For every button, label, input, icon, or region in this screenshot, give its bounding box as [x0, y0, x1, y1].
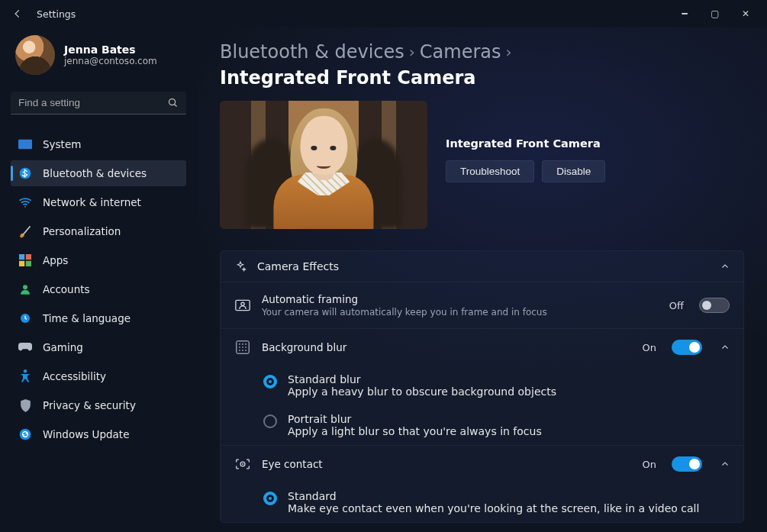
brush-icon — [18, 224, 32, 238]
chevron-up-icon[interactable] — [720, 343, 730, 352]
option-portrait-blur[interactable]: Portrait blur Apply a light blur so that… — [221, 405, 743, 445]
close-button[interactable]: ✕ — [730, 8, 761, 19]
camera-effects-panel: Camera Effects Automatic framing Your ca… — [220, 250, 744, 523]
blur-icon — [234, 340, 251, 354]
sparkle-icon — [234, 260, 247, 272]
auto-framing-toggle[interactable] — [699, 298, 730, 313]
svg-rect-6 — [19, 261, 24, 266]
maximize-button[interactable]: ▢ — [700, 8, 730, 19]
clock-icon — [18, 311, 32, 325]
nav-system[interactable]: System — [11, 131, 186, 157]
search-input[interactable] — [18, 97, 167, 108]
breadcrumb-l3: Integrated Front Camera — [220, 67, 475, 89]
sidebar: Jenna Bates jenna@contoso.com System Blu… — [0, 27, 197, 532]
chevron-up-icon[interactable] — [720, 459, 730, 469]
option-eye-standard[interactable]: Standard Make eye contact even when you'… — [221, 482, 743, 522]
nav-label: Gaming — [43, 341, 83, 353]
bg-blur-state: On — [643, 342, 656, 353]
auto-framing-state: Off — [669, 300, 684, 311]
portrait-blur-desc: Apply a light blur so that you're always… — [288, 425, 542, 437]
svg-point-20 — [245, 347, 247, 348]
eye-icon — [234, 458, 251, 470]
nav-time-language[interactable]: Time & language — [11, 305, 186, 331]
auto-framing-title: Automatic framing — [262, 293, 547, 305]
radio-portrait-blur[interactable] — [263, 414, 277, 428]
eye-standard-desc: Make eye contact even when you're lookin… — [288, 502, 699, 514]
bluetooth-icon — [18, 166, 32, 180]
eye-contact-toggle[interactable] — [672, 456, 702, 472]
portrait-blur-title: Portrait blur — [288, 413, 542, 425]
profile-email: jenna@contoso.com — [64, 56, 157, 66]
svg-point-21 — [239, 350, 240, 351]
avatar — [15, 35, 55, 75]
search-icon — [167, 97, 179, 108]
accessibility-icon — [18, 369, 32, 383]
nav-apps[interactable]: Apps — [11, 247, 186, 273]
svg-point-11 — [20, 429, 31, 440]
svg-point-15 — [239, 343, 240, 345]
breadcrumb-l1[interactable]: Bluetooth & devices — [220, 41, 404, 63]
system-icon — [18, 137, 32, 151]
nav-gaming[interactable]: Gaming — [11, 334, 186, 360]
nav-label: Personalization — [43, 225, 121, 237]
svg-point-13 — [241, 302, 244, 305]
option-standard-blur[interactable]: Standard blur Apply a heavy blur to obsc… — [221, 366, 743, 405]
standard-blur-desc: Apply a heavy blur to obscure background… — [288, 385, 556, 398]
nav-personalization[interactable]: Personalization — [11, 218, 186, 244]
chevron-right-icon: › — [506, 43, 512, 61]
titlebar: Settings ━ ▢ ✕ — [0, 0, 767, 27]
nav-label: Privacy & security — [43, 399, 136, 411]
svg-point-18 — [239, 347, 240, 348]
svg-rect-5 — [26, 254, 31, 260]
back-button[interactable] — [6, 5, 29, 22]
profile-name: Jenna Bates — [64, 44, 157, 56]
nav-bluetooth-devices[interactable]: Bluetooth & devices — [11, 160, 186, 186]
svg-rect-4 — [19, 254, 24, 260]
nav-network[interactable]: Network & internet — [11, 189, 186, 215]
svg-point-10 — [24, 369, 27, 373]
svg-point-0 — [169, 99, 176, 105]
nav-label: Windows Update — [43, 428, 129, 440]
breadcrumb: Bluetooth & devices › Cameras › Integrat… — [220, 41, 744, 89]
svg-point-19 — [242, 347, 243, 348]
svg-point-17 — [245, 343, 247, 345]
svg-point-23 — [245, 350, 247, 351]
chevron-up-icon — [720, 262, 730, 271]
row-eye-contact: Eye contact On — [221, 445, 743, 482]
disable-button[interactable]: Disable — [542, 160, 605, 182]
search-box[interactable] — [11, 92, 186, 114]
radio-eye-standard[interactable] — [263, 492, 277, 505]
shield-icon — [18, 398, 32, 412]
nav-update[interactable]: Windows Update — [11, 421, 186, 447]
window-title: Settings — [37, 8, 76, 20]
eye-contact-title: Eye contact — [262, 458, 323, 470]
row-auto-framing: Automatic framing Your camera will autom… — [221, 282, 743, 328]
hero-title: Integrated Front Camera — [446, 137, 744, 150]
radio-standard-blur[interactable] — [263, 375, 277, 389]
eye-contact-state: On — [643, 459, 656, 470]
gamepad-icon — [18, 340, 32, 354]
bg-blur-toggle[interactable] — [672, 340, 702, 355]
person-icon — [18, 282, 32, 296]
troubleshoot-button[interactable]: Troubleshoot — [446, 160, 534, 182]
bg-blur-title: Background blur — [262, 341, 346, 353]
standard-blur-title: Standard blur — [288, 373, 556, 385]
nav-accounts[interactable]: Accounts — [11, 276, 186, 302]
minimize-button[interactable]: ━ — [669, 8, 700, 19]
svg-point-3 — [24, 206, 26, 208]
nav-accessibility[interactable]: Accessibility — [11, 363, 186, 389]
breadcrumb-l2[interactable]: Cameras — [420, 41, 501, 63]
nav-privacy[interactable]: Privacy & security — [11, 392, 186, 418]
nav-label: Bluetooth & devices — [43, 167, 147, 179]
profile[interactable]: Jenna Bates jenna@contoso.com — [15, 35, 186, 75]
nav-label: Apps — [43, 254, 68, 266]
nav-label: Network & internet — [43, 196, 141, 208]
nav-label: Accessibility — [43, 370, 106, 382]
nav: System Bluetooth & devices Network & int… — [11, 131, 186, 447]
panel-header[interactable]: Camera Effects — [221, 251, 743, 282]
svg-point-8 — [23, 285, 27, 289]
apps-icon — [18, 253, 32, 267]
camera-preview — [220, 101, 427, 229]
row-bg-blur: Background blur On — [221, 328, 743, 366]
svg-point-25 — [242, 463, 243, 465]
